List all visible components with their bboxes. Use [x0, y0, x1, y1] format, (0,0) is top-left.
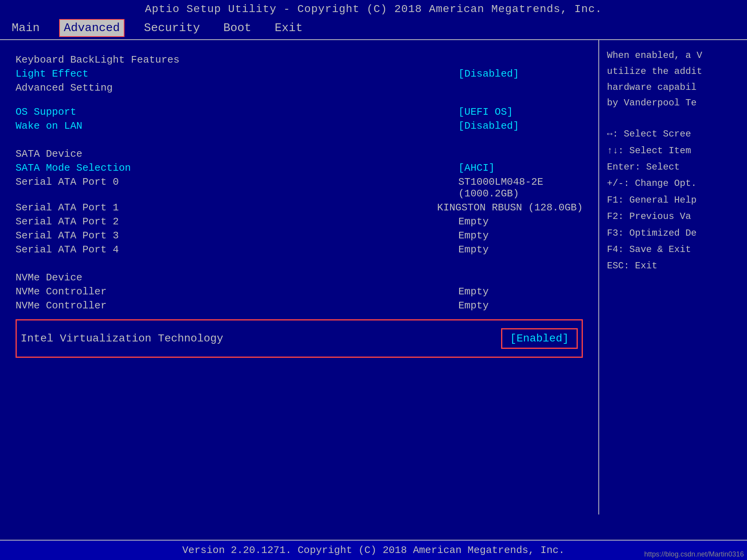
light-effect-label: Light Effect	[16, 68, 451, 80]
serial-port4-row: Serial ATA Port 4 Empty	[16, 244, 583, 256]
serial-port4-value: Empty	[451, 244, 583, 256]
shortcut-f3: F3: Optimized De	[607, 226, 739, 241]
help-panel: When enabled, a V utilize the addit hard…	[599, 40, 747, 514]
footer: Version 2.20.1271. Copyright (C) 2018 Am…	[0, 540, 747, 560]
keyboard-section-header: Keyboard BackLight Features	[16, 54, 583, 66]
shortcut-enter: Enter: Select	[607, 160, 739, 175]
os-support-row[interactable]: OS Support [UEFI OS]	[16, 106, 583, 118]
wake-on-lan-value: [Disabled]	[451, 120, 583, 132]
light-effect-row[interactable]: Light Effect [Disabled]	[16, 68, 583, 80]
menu-item-main[interactable]: Main	[8, 20, 44, 36]
menu-bar: Main Advanced Security Boot Exit	[0, 17, 747, 39]
advanced-setting-label: Advanced Setting	[16, 82, 451, 94]
serial-port0-row: Serial ATA Port 0 ST1000LM048-2E (1000.2…	[16, 176, 583, 200]
wake-on-lan-row[interactable]: Wake on LAN [Disabled]	[16, 120, 583, 132]
nvme-section-header: NVMe Device	[16, 272, 583, 284]
menu-item-exit[interactable]: Exit	[271, 20, 307, 36]
serial-port4-label: Serial ATA Port 4	[16, 244, 451, 256]
title-bar: Aptio Setup Utility - Copyright (C) 2018…	[0, 0, 747, 17]
serial-port0-label: Serial ATA Port 0	[16, 176, 451, 188]
serial-port1-row: Serial ATA Port 1 KINGSTON RBUSN (128.0G…	[16, 202, 583, 214]
shortcut-f2: F2: Previous Va	[607, 209, 739, 224]
main-layout: Keyboard BackLight Features Light Effect…	[0, 40, 747, 514]
virt-label: Intel Virtualization Technology	[21, 332, 501, 345]
sata-mode-value: [AHCI]	[451, 162, 583, 174]
menu-item-boot[interactable]: Boot	[219, 20, 255, 36]
serial-port2-value: Empty	[451, 216, 583, 228]
sata-mode-label: SATA Mode Selection	[16, 162, 451, 174]
serial-port3-value: Empty	[451, 230, 583, 242]
shortcut-f4: F4: Save & Exit	[607, 242, 739, 257]
sata-mode-row[interactable]: SATA Mode Selection [AHCI]	[16, 162, 583, 174]
nvme-controller2-value: Empty	[451, 300, 583, 312]
help-text: When enabled, a V utilize the addit hard…	[607, 48, 739, 111]
menu-item-security[interactable]: Security	[140, 20, 204, 36]
nvme-controller1-label: NVMe Controller	[16, 286, 451, 298]
watermark-url: https://blog.csdn.net/Martin0316	[641, 549, 747, 560]
os-support-label: OS Support	[16, 106, 451, 118]
menu-item-advanced[interactable]: Advanced	[59, 19, 124, 37]
serial-port1-label: Serial ATA Port 1	[16, 202, 430, 214]
serial-port1-value: KINGSTON RBUSN (128.0GB)	[430, 202, 583, 214]
nvme-controller1-row: NVMe Controller Empty	[16, 286, 583, 298]
shortcut-select-item: ↑↓: Select Item	[607, 144, 739, 158]
shortcut-f1: F1: General Help	[607, 193, 739, 208]
os-support-value: [UEFI OS]	[451, 106, 583, 118]
serial-port3-label: Serial ATA Port 3	[16, 230, 451, 242]
nvme-controller2-row: NVMe Controller Empty	[16, 300, 583, 312]
shortcut-change-opt: +/-: Change Opt.	[607, 176, 739, 191]
title-text: Aptio Setup Utility - Copyright (C) 2018…	[145, 3, 602, 15]
serial-port2-label: Serial ATA Port 2	[16, 216, 451, 228]
serial-port3-row: Serial ATA Port 3 Empty	[16, 230, 583, 242]
sata-section-header: SATA Device	[16, 148, 583, 160]
shortcut-esc: ESC: Exit	[607, 259, 739, 273]
serial-port2-row: Serial ATA Port 2 Empty	[16, 216, 583, 228]
content-area: Keyboard BackLight Features Light Effect…	[0, 40, 599, 514]
virt-value: [Enabled]	[501, 328, 578, 349]
nvme-controller2-label: NVMe Controller	[16, 300, 451, 312]
light-effect-value: [Disabled]	[451, 68, 583, 80]
shortcuts-list: ↔: Select Scree ↑↓: Select Item Enter: S…	[607, 127, 739, 274]
footer-text: Version 2.20.1271. Copyright (C) 2018 Am…	[182, 544, 565, 556]
advanced-setting-row: Advanced Setting	[16, 82, 583, 94]
shortcut-select-screen: ↔: Select Scree	[607, 127, 739, 142]
wake-on-lan-label: Wake on LAN	[16, 120, 451, 132]
serial-port0-value: ST1000LM048-2E (1000.2GB)	[451, 176, 583, 200]
virt-technology-row[interactable]: Intel Virtualization Technology [Enabled…	[16, 319, 583, 358]
nvme-controller1-value: Empty	[451, 286, 583, 298]
